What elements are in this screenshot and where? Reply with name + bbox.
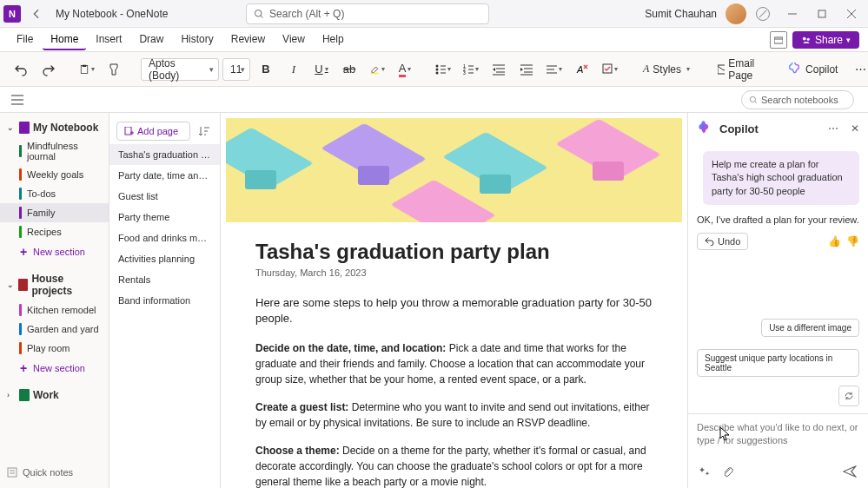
menu-review[interactable]: Review — [223, 30, 273, 50]
section-item[interactable]: Family — [0, 203, 109, 222]
section-label: Garden and yard — [27, 324, 99, 334]
format-painter-button[interactable] — [103, 57, 127, 82]
back-button[interactable] — [26, 3, 47, 24]
notebook-header[interactable]: ⌄ House projects — [0, 269, 109, 300]
copilot-suggestion[interactable]: Use a different image — [761, 319, 859, 337]
thumbs-down-button[interactable]: 👎 — [846, 235, 859, 247]
menu-file[interactable]: File — [9, 30, 41, 50]
thumbs-up-button[interactable]: 👍 — [828, 235, 841, 247]
page-item[interactable]: Activities planning — [109, 248, 220, 269]
copilot-more-button[interactable]: ⋯ — [828, 122, 838, 135]
menu-home[interactable]: Home — [43, 30, 86, 50]
section-item[interactable]: To-dos — [0, 184, 109, 203]
paste-button[interactable]: ▾ — [75, 57, 99, 82]
note-icon — [7, 467, 17, 478]
menu-history[interactable]: History — [173, 30, 221, 50]
menu-insert[interactable]: Insert — [88, 30, 129, 50]
new-section-button[interactable]: +New section — [0, 241, 109, 262]
new-section-button[interactable]: +New section — [0, 358, 109, 379]
nav-toggle-button[interactable] — [7, 89, 28, 110]
svg-rect-6 — [774, 37, 783, 43]
page-item[interactable]: Tasha's graduation par... — [109, 144, 220, 165]
decrease-indent-button[interactable] — [487, 57, 511, 82]
share-label: Share — [815, 34, 843, 46]
svg-point-8 — [803, 36, 806, 40]
page-item[interactable]: Food and drinks menu — [109, 228, 220, 248]
italic-button[interactable]: I — [282, 57, 306, 82]
close-button[interactable] — [838, 3, 865, 24]
page-paragraph[interactable]: Decide on the date, time, and location: … — [255, 340, 653, 387]
section-item[interactable]: Mindfulness journal — [0, 137, 109, 165]
redo-button[interactable] — [36, 57, 61, 82]
clear-formatting-button[interactable]: A — [570, 57, 594, 82]
highlight-button[interactable]: ▾ — [365, 57, 389, 82]
notebook-header[interactable]: › Work — [0, 386, 109, 405]
attachment-icon[interactable] — [719, 464, 735, 479]
bullets-button[interactable]: ▾ — [431, 57, 455, 82]
section-color-tab — [19, 188, 22, 200]
sort-pages-button[interactable] — [195, 122, 213, 140]
menu-help[interactable]: Help — [315, 30, 352, 50]
undo-icon — [705, 236, 714, 246]
page-paragraph[interactable]: Create a guest list: Determine who you w… — [255, 399, 653, 431]
privacy-icon[interactable] — [750, 3, 776, 24]
search-icon — [254, 9, 264, 19]
numbering-button[interactable]: 123▾ — [459, 57, 483, 82]
email-page-button[interactable]: Email Page — [711, 57, 766, 82]
section-item[interactable]: Weekly goals — [0, 165, 109, 184]
add-page-button[interactable]: Add page — [116, 122, 190, 141]
undo-button[interactable] — [9, 57, 33, 82]
more-ribbon-button[interactable]: ⋯ — [848, 57, 868, 82]
menu-draw[interactable]: Draw — [131, 30, 171, 50]
page-item[interactable]: Party theme — [109, 207, 220, 228]
fullscreen-toggle-button[interactable] — [770, 31, 787, 49]
strikethrough-button[interactable]: ab — [337, 57, 361, 82]
page-item[interactable]: Party date, time and locat... — [109, 165, 220, 186]
font-size-select[interactable]: 11 — [222, 58, 250, 81]
font-family-select[interactable]: Aptos (Body) — [141, 58, 219, 81]
svg-point-44 — [750, 96, 755, 102]
underline-button[interactable]: U▾ — [309, 57, 334, 82]
svg-point-13 — [436, 64, 439, 67]
menu-view[interactable]: View — [275, 30, 313, 50]
search-notebooks-input[interactable]: Search notebooks — [741, 90, 854, 109]
section-item[interactable]: Recipes — [0, 222, 109, 241]
section-label: Weekly goals — [27, 169, 83, 180]
section-label: To-dos — [27, 188, 56, 199]
page-item[interactable]: Rentals — [109, 269, 220, 290]
increase-indent-button[interactable] — [514, 57, 539, 82]
tag-button[interactable]: ▾ — [598, 57, 622, 82]
styles-button[interactable]: AStyles▾ — [636, 57, 697, 82]
section-item[interactable]: Kitchen remodel — [0, 300, 109, 320]
page-paragraph[interactable]: Choose a theme: Decide on a theme for th… — [255, 443, 653, 488]
sparkle-icon[interactable] — [697, 464, 712, 479]
main-area: ⌄ My Notebook Mindfulness journalWeekly … — [0, 113, 868, 488]
page-content[interactable]: Tasha's graduation party plan Thursday, … — [221, 113, 687, 488]
user-avatar[interactable] — [726, 3, 746, 24]
page-item[interactable]: Guest list — [109, 186, 220, 207]
share-button[interactable]: Share ▾ — [792, 31, 859, 49]
copilot-refresh-button[interactable] — [838, 386, 859, 406]
copilot-suggestion[interactable]: Suggest unique party locations in Seattl… — [697, 349, 859, 377]
page-item[interactable]: Band information — [109, 290, 220, 311]
maximize-button[interactable] — [809, 3, 835, 24]
window-title: My Notebook - OneNote — [56, 8, 168, 20]
notebook-header[interactable]: ⌄ My Notebook — [0, 118, 109, 137]
align-button[interactable]: ▾ — [542, 57, 567, 82]
section-item[interactable]: Play room — [0, 339, 109, 358]
bold-button[interactable]: B — [254, 57, 278, 82]
quick-notes-button[interactable]: Quick notes — [0, 462, 109, 483]
section-item[interactable]: Garden and yard — [0, 320, 109, 339]
copilot-undo-button[interactable]: Undo — [697, 233, 748, 250]
notebook-icon — [18, 279, 28, 291]
svg-rect-11 — [83, 64, 87, 66]
copilot-close-button[interactable]: ✕ — [851, 122, 859, 135]
global-search[interactable]: Search (Alt + Q) — [246, 3, 489, 24]
minimize-button[interactable] — [779, 3, 805, 24]
page-title[interactable]: Tasha's graduation party plan — [255, 240, 653, 264]
user-name[interactable]: Sumit Chauhan — [645, 8, 717, 20]
page-intro[interactable]: Here are some steps to help you throw a … — [255, 295, 653, 326]
send-button[interactable] — [840, 462, 859, 481]
copilot-ribbon-button[interactable]: Copilot — [780, 57, 845, 82]
font-color-button[interactable]: A▾ — [393, 57, 417, 82]
